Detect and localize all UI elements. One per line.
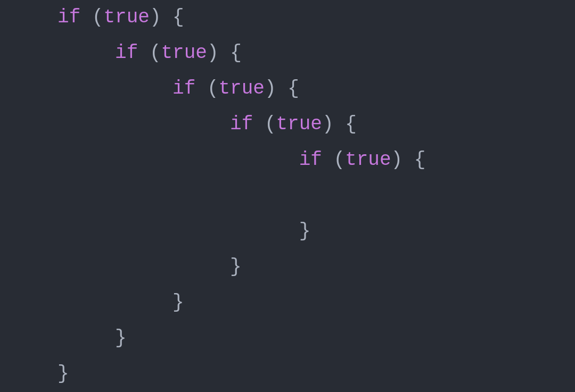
keyword-if: if (172, 78, 195, 99)
code-line: if (true) { (0, 143, 575, 178)
open-paren: ( (334, 149, 346, 171)
close-brace: } (115, 327, 127, 349)
open-paren: ( (207, 78, 219, 99)
keyword-if: if (115, 42, 138, 64)
boolean-true: true (219, 78, 265, 99)
open-paren: ( (92, 6, 104, 28)
code-line: } (0, 249, 575, 285)
open-paren: ( (265, 113, 276, 135)
keyword-if: if (58, 6, 80, 28)
code-line: } (0, 285, 575, 321)
code-block: if (true) { if (true) { if (true) { if (… (0, 0, 575, 392)
close-paren: ) (150, 6, 161, 28)
code-line: } (0, 321, 575, 356)
open-brace: { (172, 6, 184, 28)
open-brace: { (345, 113, 357, 135)
open-brace: { (230, 42, 242, 64)
code-line: if (true) { (0, 71, 575, 107)
keyword-if: if (299, 149, 322, 171)
code-editor[interactable]: if (true) { if (true) { if (true) { if (… (0, 0, 575, 392)
open-brace: { (288, 78, 299, 99)
close-brace: } (299, 220, 311, 242)
open-paren: ( (150, 42, 161, 64)
code-line: if (true) { (0, 36, 575, 71)
close-paren: ) (207, 42, 219, 64)
boolean-true: true (276, 113, 322, 135)
close-paren: ) (265, 78, 276, 99)
close-brace: } (172, 291, 184, 313)
close-paren: ) (391, 149, 403, 171)
boolean-true: true (161, 42, 207, 64)
code-line: if (true) { (0, 107, 575, 143)
boolean-true: true (345, 149, 391, 171)
code-line-blank (0, 178, 575, 214)
close-paren: ) (322, 113, 334, 135)
open-brace: { (414, 149, 426, 171)
code-line: } (0, 214, 575, 249)
close-brace: } (230, 256, 242, 278)
keyword-if: if (230, 113, 253, 135)
close-brace: } (58, 363, 69, 385)
code-line: if (true) { (0, 0, 575, 36)
boolean-true: true (103, 6, 149, 28)
code-line: } (0, 356, 575, 392)
